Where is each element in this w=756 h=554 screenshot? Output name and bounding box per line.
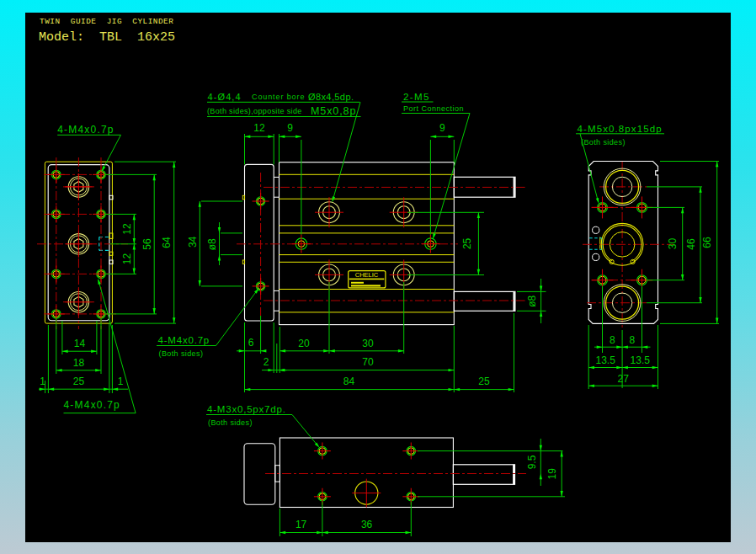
svg-text:20: 20: [298, 338, 310, 349]
svg-text:12: 12: [121, 223, 133, 235]
svg-text:34: 34: [187, 236, 199, 248]
svg-text:30: 30: [667, 238, 679, 250]
svg-text:25: 25: [73, 376, 85, 387]
svg-text:Model: TBL 16x25: Model: TBL 16x25: [39, 30, 175, 45]
svg-text:64: 64: [161, 237, 173, 248]
svg-text:(Both sides): (Both sides): [581, 138, 626, 146]
svg-text:4-M4x0.7p: 4-M4x0.7p: [57, 124, 114, 136]
svg-text:84: 84: [343, 376, 355, 387]
svg-text:M5x0,8p: M5x0,8p: [311, 105, 356, 117]
svg-text:Counter bore: Counter bore: [252, 93, 305, 101]
svg-text:25: 25: [478, 376, 490, 387]
svg-text:30: 30: [362, 338, 374, 349]
svg-text:36: 36: [361, 519, 373, 530]
svg-text:8: 8: [610, 334, 615, 346]
svg-text:2: 2: [264, 356, 269, 368]
svg-text:4-M4x0.7p: 4-M4x0.7p: [64, 399, 121, 411]
svg-text:1: 1: [40, 376, 45, 387]
svg-text:13.5: 13.5: [596, 354, 616, 366]
svg-text:66: 66: [701, 237, 713, 248]
svg-text:12: 12: [253, 122, 265, 134]
svg-text:ø8: ø8: [206, 238, 218, 250]
svg-text:13.5: 13.5: [631, 354, 651, 366]
svg-text:46: 46: [685, 238, 697, 250]
svg-text:17: 17: [295, 519, 307, 530]
svg-text:56: 56: [141, 238, 153, 250]
svg-text:1: 1: [118, 376, 124, 387]
svg-text:8: 8: [629, 334, 635, 346]
svg-text:19: 19: [546, 468, 558, 480]
svg-text:4-M4x0.7p: 4-M4x0.7p: [158, 335, 210, 345]
svg-text:27: 27: [618, 373, 630, 385]
svg-text:Port Connection: Port Connection: [403, 104, 464, 113]
svg-text:CHELIC: CHELIC: [355, 271, 379, 279]
svg-text:12: 12: [121, 253, 133, 265]
svg-text:(Both sides): (Both sides): [159, 349, 204, 358]
svg-text:18: 18: [73, 357, 85, 369]
svg-text:70: 70: [362, 356, 374, 368]
svg-text:25: 25: [462, 237, 474, 249]
svg-text:4-M5x0.8px15dp: 4-M5x0.8px15dp: [578, 124, 663, 134]
svg-text:(Both sides): (Both sides): [208, 418, 253, 427]
svg-text:14: 14: [74, 338, 86, 349]
svg-text:4-M3x0,5px7dp.: 4-M3x0,5px7dp.: [207, 404, 286, 414]
svg-text:(Both sides),opposite side: (Both sides),opposite side: [207, 107, 302, 115]
svg-text:TWIN GUIDE JIG CYLINDER: TWIN GUIDE JIG CYLINDER: [40, 17, 173, 26]
svg-text:Ø8x4,5dp.: Ø8x4,5dp.: [308, 92, 354, 102]
svg-text:2-M5: 2-M5: [403, 92, 430, 102]
svg-text:9.5: 9.5: [526, 455, 538, 469]
svg-text:9: 9: [439, 122, 445, 134]
svg-text:6: 6: [248, 337, 254, 349]
svg-text:4-Ø4,4: 4-Ø4,4: [208, 92, 242, 102]
svg-text:9: 9: [287, 122, 293, 134]
svg-text:ø8: ø8: [527, 295, 539, 306]
